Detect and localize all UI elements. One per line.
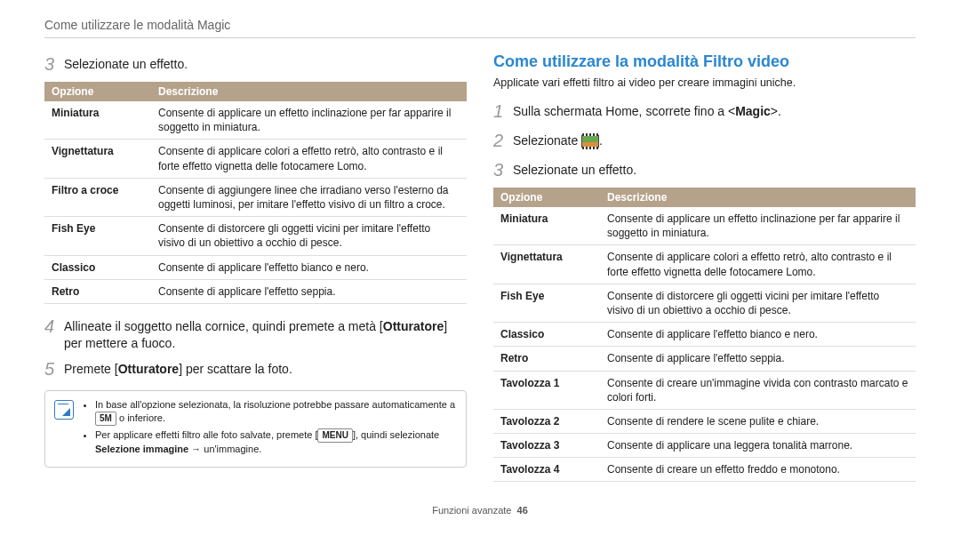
option-cell: Classico xyxy=(44,255,151,279)
two-column-layout: 3 Selezionate un effetto. Opzione Descri… xyxy=(44,52,916,492)
text-frag: In base all'opzione selezionata, la riso… xyxy=(95,399,455,410)
resolution-key: 5M xyxy=(95,412,116,426)
step-text: Premete [Otturatore] per scattare la fot… xyxy=(64,357,292,381)
col-header-option: Opzione xyxy=(493,188,600,207)
step-text: Selezionate . xyxy=(513,129,603,153)
option-cell: Fish Eye xyxy=(493,284,600,322)
step-3: 3 Selezionate un effetto. xyxy=(493,158,916,182)
step-number: 4 xyxy=(44,315,57,352)
option-cell: Filtro a croce xyxy=(44,178,151,216)
description-cell: Consente di applicare l'effetto bianco e… xyxy=(600,323,916,347)
table-row: Tavolozza 2Consente di rendere le scene … xyxy=(493,409,916,433)
text-frag: Selezionate xyxy=(513,133,581,148)
shutter-label: Otturatore xyxy=(118,362,179,376)
description-cell: Consente di creare un'immagine vivida co… xyxy=(600,371,916,409)
step-number: 3 xyxy=(44,52,57,76)
step-number: 5 xyxy=(44,357,57,381)
table-row: Tavolozza 3Consente di applicare una leg… xyxy=(493,434,916,458)
step-4: 4 Allineate il soggetto nella cornice, q… xyxy=(44,315,467,352)
table-row: RetroConsente di applicare l'effetto sep… xyxy=(493,347,916,371)
text-frag: Per applicare effetti filtro alle foto s… xyxy=(95,429,317,440)
step-number: 3 xyxy=(493,158,506,182)
description-cell: Consente di applicare una leggera tonali… xyxy=(600,434,916,458)
step-number: 2 xyxy=(493,129,506,153)
option-cell: Fish Eye xyxy=(44,217,151,255)
shutter-label: Otturatore xyxy=(383,319,444,333)
option-cell: Tavolozza 1 xyxy=(493,371,600,409)
magic-label: Magic xyxy=(735,104,771,118)
table-row: MiniaturaConsente di applicare un effett… xyxy=(44,101,467,140)
page-number: 46 xyxy=(517,505,528,516)
description-cell: Consente di applicare l'effetto seppia. xyxy=(151,279,467,303)
note-item: Per applicare effetti filtro alle foto s… xyxy=(95,428,457,456)
option-cell: Tavolozza 4 xyxy=(493,458,600,482)
footer-label: Funzioni avanzate xyxy=(432,505,511,516)
option-cell: Classico xyxy=(493,323,600,347)
description-cell: Consente di applicare l'effetto seppia. xyxy=(600,347,916,371)
step-text: Allineate il soggetto nella cornice, qui… xyxy=(64,315,467,352)
option-cell: Retro xyxy=(44,279,151,303)
page-footer: Funzioni avanzate 46 xyxy=(44,505,916,516)
text-frag: → un'immagine. xyxy=(188,444,261,454)
text-frag: o inferiore. xyxy=(116,412,165,423)
table-row: Filtro a croceConsente di aggiungere lin… xyxy=(44,178,467,216)
description-cell: Consente di aggiungere linee che irradia… xyxy=(151,178,467,216)
page-header: Come utilizzare le modalità Magic xyxy=(44,18,916,38)
description-cell: Consente di applicare colori a effetto r… xyxy=(600,245,916,284)
option-cell: Tavolozza 2 xyxy=(493,409,600,433)
description-cell: Consente di creare un effetto freddo e m… xyxy=(600,458,916,482)
note-list: In base all'opzione selezionata, la riso… xyxy=(83,398,457,460)
note-box: In base all'opzione selezionata, la riso… xyxy=(44,390,467,468)
option-cell: Vignettatura xyxy=(44,140,151,178)
description-cell: Consente di distorcere gli oggetti vicin… xyxy=(600,284,916,322)
text-frag: Allineate il soggetto nella cornice, qui… xyxy=(64,319,383,333)
option-cell: Retro xyxy=(493,347,600,371)
step-1: 1 Sulla schermata Home, scorrete fino a … xyxy=(493,100,916,124)
table-row: VignettaturaConsente di applicare colori… xyxy=(44,140,467,178)
description-cell: Consente di distorcere gli oggetti vicin… xyxy=(151,217,467,255)
text-frag: Premete [ xyxy=(64,362,118,376)
table-row: ClassicoConsente di applicare l'effetto … xyxy=(44,255,467,279)
table-row: Tavolozza 1Consente di creare un'immagin… xyxy=(493,371,916,409)
step-2: 2 Selezionate . xyxy=(493,129,916,153)
text-frag: ], quindi selezionate xyxy=(353,429,439,440)
option-cell: Tavolozza 3 xyxy=(493,434,600,458)
description-cell: Consente di applicare un effetto inclina… xyxy=(151,101,467,140)
table-row: VignettaturaConsente di applicare colori… xyxy=(493,245,916,284)
description-cell: Consente di applicare l'effetto bianco e… xyxy=(151,255,467,279)
table-row: ClassicoConsente di applicare l'effetto … xyxy=(493,323,916,347)
step-5: 5 Premete [Otturatore] per scattare la f… xyxy=(44,357,467,381)
table-row: Fish EyeConsente di distorcere gli ogget… xyxy=(493,284,916,322)
text-frag: ] per scattare la foto. xyxy=(179,362,292,376)
table-row: Fish EyeConsente di distorcere gli ogget… xyxy=(44,217,467,255)
video-filter-icon xyxy=(581,135,599,148)
table-row: RetroConsente di applicare l'effetto sep… xyxy=(44,279,467,303)
left-column: 3 Selezionate un effetto. Opzione Descri… xyxy=(44,52,467,492)
text-frag: Sulla schermata Home, scorrete fino a < xyxy=(513,104,735,118)
description-cell: Consente di rendere le scene pulite e ch… xyxy=(600,409,916,433)
option-cell: Miniatura xyxy=(493,207,600,245)
menu-key: MENU xyxy=(317,428,352,443)
description-cell: Consente di applicare colori a effetto r… xyxy=(151,140,467,178)
description-cell: Consente di applicare un effetto inclina… xyxy=(600,207,916,245)
effects-table-right: Opzione Descrizione MiniaturaConsente di… xyxy=(493,188,916,482)
step-text: Selezionate un effetto. xyxy=(513,158,636,182)
step-text: Sulla schermata Home, scorrete fino a <M… xyxy=(513,100,781,124)
table-row: MiniaturaConsente di applicare un effett… xyxy=(493,207,916,245)
section-heading: Come utilizzare la modalità Filtro video xyxy=(493,52,916,71)
table-row: Tavolozza 4Consente di creare un effetto… xyxy=(493,458,916,482)
col-header-option: Opzione xyxy=(44,82,151,101)
step-3: 3 Selezionate un effetto. xyxy=(44,52,467,76)
col-header-desc: Descrizione xyxy=(600,188,916,207)
section-intro: Applicate vari effetti filtro ai video p… xyxy=(493,76,916,89)
effects-table-left: Opzione Descrizione MiniaturaConsente di… xyxy=(44,82,467,304)
col-header-desc: Descrizione xyxy=(151,82,467,101)
option-cell: Vignettatura xyxy=(493,245,600,284)
note-icon xyxy=(54,400,74,420)
option-cell: Miniatura xyxy=(44,101,151,140)
step-number: 1 xyxy=(493,100,506,124)
select-image-label: Selezione immagine xyxy=(95,444,188,454)
text-frag: >. xyxy=(771,104,781,118)
step-text: Selezionate un effetto. xyxy=(64,52,188,76)
note-item: In base all'opzione selezionata, la riso… xyxy=(95,398,457,426)
